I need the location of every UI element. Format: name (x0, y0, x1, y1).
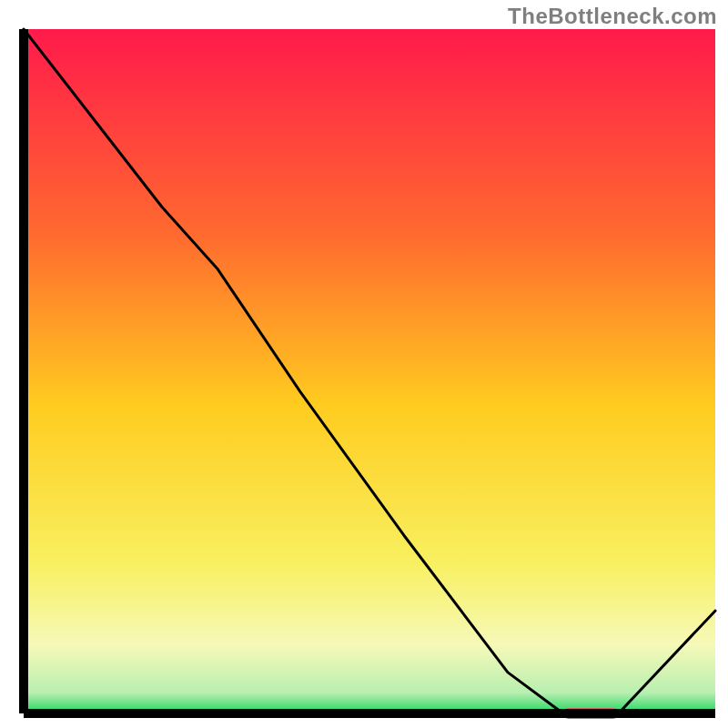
attribution-text: TheBottleneck.com (508, 4, 717, 29)
gradient-background (24, 29, 715, 713)
plot-area (18, 27, 719, 719)
chart-container: TheBottleneck.com (0, 0, 728, 728)
bottleneck-chart (18, 27, 719, 719)
